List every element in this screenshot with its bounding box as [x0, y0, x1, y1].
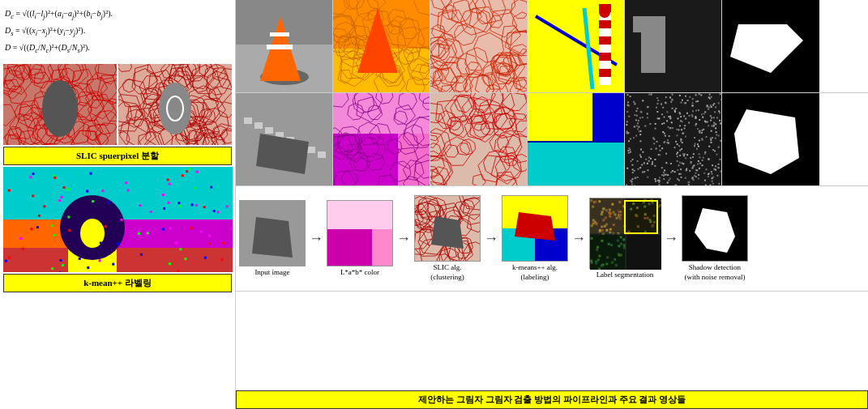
formula-dc: Dc = √((li−lj)²+(ai−aj)²+(bi−bj)²). — [5, 6, 230, 23]
grid-cell-r2c5 — [625, 93, 722, 185]
slic-images — [3, 64, 232, 145]
grid-cell-r2c1 — [236, 93, 333, 185]
pipeline-label-kmeans: k-means++ alg.(labeling) — [512, 263, 558, 282]
slic-image-2 — [118, 64, 232, 145]
arrow-5: → — [664, 230, 678, 247]
left-panel: Dc = √((li−lj)²+(ai−aj)²+(bi−bj)²). Ds =… — [0, 0, 235, 409]
formulas-section: Dc = √((li−lj)²+(ai−aj)²+(bi−bj)²). Ds =… — [3, 3, 232, 61]
pipeline-row: Input image → L*a*b* color → SLIC alg.(c… — [236, 186, 868, 292]
grid-cell-r1c5 — [625, 0, 722, 92]
pipeline-item-lab: L*a*b* color — [327, 200, 393, 278]
pipeline-item-shadow: Shadow detection(with noise removal) — [682, 195, 748, 282]
pipeline-label-input: Input image — [254, 268, 289, 278]
formula-d: D = √((Dc/Nc)²+(Ds/Ns)²). — [5, 40, 230, 58]
pipeline-item-slic: SLIC alg.(clustering) — [414, 195, 481, 282]
pipeline-item-labelseg: Label segmentation — [589, 198, 661, 280]
grid-cell-r2c2 — [333, 93, 430, 185]
slic-image-1 — [3, 64, 117, 145]
grid-cell-r1c1 — [236, 0, 333, 92]
grid-cell-r1c6 — [722, 0, 868, 92]
pipeline-item-input: Input image — [239, 200, 306, 278]
main-container: Dc = √((li−lj)²+(ai−aj)²+(bi−bj)²). Ds =… — [0, 0, 868, 409]
pipeline-label-slic: SLIC alg.(clustering) — [430, 263, 464, 282]
right-caption: 제안하는 그림자 그림자 검출 방법의 파이프라인과 주요 결과 영상들 — [236, 390, 868, 409]
arrow-3: → — [484, 230, 498, 247]
grid-cell-r1c4 — [528, 0, 625, 92]
slic-label: SLIC spuerpixel 분할 — [3, 147, 232, 165]
right-panel: Input image → L*a*b* color → SLIC alg.(c… — [235, 0, 868, 409]
formula-ds: Ds = √((xi−xj)²+(yi−yj)²). — [5, 23, 230, 40]
arrow-1: → — [309, 230, 323, 247]
grid-cell-r1c2 — [333, 0, 430, 92]
kmean-label: k-mean++ 라벨링 — [3, 274, 232, 292]
arrow-4: → — [571, 230, 586, 247]
arrow-2: → — [396, 230, 411, 247]
pipeline-label-labelseg: Label segmentation — [596, 271, 654, 280]
pipeline-label-shadow: Shadow detection(with noise removal) — [685, 263, 746, 282]
pipeline-item-kmeans: k-means++ alg.(labeling) — [502, 195, 568, 282]
grid-cell-r2c3 — [430, 93, 528, 185]
grid-cell-r1c3 — [430, 0, 528, 92]
pipeline-label-lab: L*a*b* color — [340, 268, 379, 278]
grid-cell-r2c6 — [722, 93, 868, 185]
grid-cell-r2c4 — [528, 93, 625, 185]
kmean-image — [3, 167, 233, 272]
